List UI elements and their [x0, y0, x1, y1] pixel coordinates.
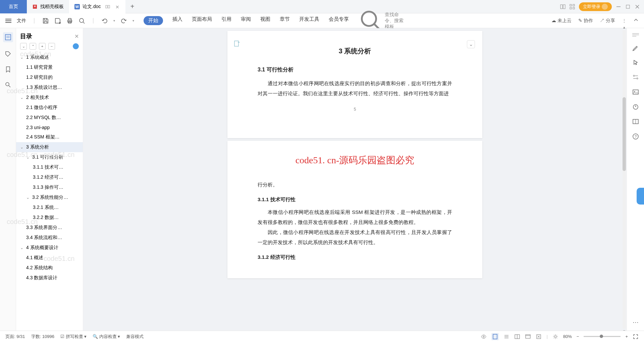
word-count[interactable]: 字数: 10996	[31, 334, 54, 340]
add-level-icon[interactable]: +	[39, 43, 46, 50]
outline-item[interactable]: 2.1 微信小程序	[16, 103, 83, 113]
outline-item[interactable]: 4.2 系统结构	[16, 263, 83, 273]
outline-item[interactable]: 3.1.2 经济可…	[16, 172, 83, 182]
document-area[interactable]: ⌄ 3 系统分析 3.1 可行性分析 通过对本微信小程序网吧在线选座实行的目的初…	[83, 28, 627, 331]
bookmark-rail-icon[interactable]	[4, 66, 12, 73]
outline-item[interactable]: 4.1 概述	[16, 253, 83, 263]
preview-icon[interactable]	[78, 17, 85, 24]
tab-document[interactable]: W 论文.doc ✕	[69, 0, 125, 13]
read-tool-icon[interactable]	[632, 118, 639, 125]
outline-item[interactable]: ⌄3.1 可行性分析	[16, 152, 83, 162]
settings-line-icon[interactable]	[632, 74, 639, 81]
new-tab-button[interactable]: +	[125, 3, 139, 10]
page-menu-icon[interactable]: ⌄	[467, 40, 475, 48]
outline-item[interactable]: 1.3 系统设计思…	[16, 82, 83, 93]
chevron-down-icon[interactable]: ⌄	[20, 95, 24, 100]
outline-rail-icon[interactable]	[3, 32, 13, 42]
content-check[interactable]: 🔍 内容检查 ▾	[93, 334, 120, 340]
save-as-icon[interactable]	[54, 17, 61, 24]
ribbon-tab-start[interactable]: 开始	[144, 16, 163, 25]
shape-tool-icon[interactable]	[632, 103, 639, 111]
fit-view-icon[interactable]	[536, 334, 542, 340]
save-icon[interactable]	[42, 17, 49, 24]
redo-icon[interactable]	[120, 17, 127, 24]
outline-item[interactable]: ⌄4 系统概要设计	[16, 243, 83, 253]
dual-window-icon[interactable]	[105, 4, 110, 9]
scroll-up-icon[interactable]: ▲	[623, 25, 626, 30]
ribbon-tab-view[interactable]: 视图	[260, 16, 270, 25]
compat-mode[interactable]: 兼容模式	[126, 334, 144, 340]
close-icon[interactable]: ✕	[115, 4, 120, 9]
ribbon-tab-devtools[interactable]: 开发工具	[299, 16, 319, 25]
sync-badge-icon[interactable]	[73, 43, 79, 49]
ribbon-tab-layout[interactable]: 页面布局	[192, 16, 212, 25]
spellcheck-toggle[interactable]: ☑ 拼写检查 ▾	[60, 334, 87, 340]
zoom-in-icon[interactable]: +	[625, 334, 628, 339]
scroll-thumb[interactable]	[623, 97, 626, 171]
tab-template[interactable]: 找稻壳模板	[27, 0, 69, 13]
cloud-status[interactable]: ☁ 未上云	[551, 18, 572, 24]
outline-item[interactable]: 3.2.2 数据…	[16, 213, 83, 223]
reading-view-icon[interactable]	[514, 334, 520, 340]
login-button[interactable]: 立即登录	[579, 2, 612, 11]
minimize-icon[interactable]	[616, 4, 621, 9]
outline-item[interactable]: 2.3 uni-app	[16, 123, 83, 132]
page-insert-icon[interactable]	[233, 40, 240, 47]
fullscreen-icon[interactable]	[633, 334, 639, 340]
outline-item[interactable]: 4.3 数据库设计	[16, 273, 83, 283]
zoom-thumb[interactable]	[600, 335, 603, 338]
vertical-scrollbar[interactable]: ▲ ▼	[622, 30, 626, 329]
outline-item[interactable]: ⌄3.2 系统性能分…	[16, 192, 83, 203]
zoom-value[interactable]: 80%	[563, 334, 572, 339]
apps-icon[interactable]	[570, 4, 575, 9]
share-button[interactable]: ↗ 分享	[600, 18, 615, 24]
tab-home[interactable]: 首页	[0, 0, 27, 13]
cursor-icon[interactable]	[632, 59, 639, 66]
chevron-down-icon[interactable]: ⌄	[26, 155, 30, 160]
collapse-all-icon[interactable]: ⌄	[20, 43, 27, 50]
zoom-slider[interactable]	[584, 336, 621, 337]
menu-icon[interactable]	[5, 18, 11, 23]
outline-item[interactable]: 3.3 系统界面分…	[16, 223, 83, 233]
outline-item[interactable]: 3.1.1 技术可…	[16, 162, 83, 172]
undo-icon[interactable]	[101, 17, 108, 24]
layout-icon[interactable]	[560, 4, 566, 9]
search-rail-icon[interactable]	[4, 81, 12, 89]
scroll-track[interactable]	[623, 30, 626, 329]
outline-item[interactable]: ⌄1 系统概述	[16, 52, 83, 62]
ribbon-tab-reference[interactable]: 引用	[221, 16, 231, 25]
page[interactable]: ⌄ 3 系统分析 3.1 可行性分析 通过对本微信小程序网吧在线选座实行的目的初…	[227, 31, 482, 138]
outline-item[interactable]: 3.2.1 系统…	[16, 203, 83, 213]
outline-item[interactable]: 3.1.3 操作可…	[16, 182, 83, 192]
web-view-icon[interactable]	[525, 334, 531, 340]
outline-item[interactable]: 2.2 MYSQL 数…	[16, 113, 83, 123]
print-icon[interactable]	[66, 17, 73, 24]
ribbon-tab-review[interactable]: 审阅	[241, 16, 251, 25]
settings-gear-icon[interactable]	[552, 334, 558, 340]
outline-item[interactable]: 2.4 SSM 框架…	[16, 132, 83, 142]
outline-item[interactable]: 1.2 研究目的	[16, 72, 83, 82]
expand-all-icon[interactable]: ⌃	[30, 43, 36, 50]
rail-collapse-icon[interactable]	[632, 32, 640, 37]
image-tool-icon[interactable]	[632, 89, 639, 96]
window-close-icon[interactable]	[635, 4, 640, 9]
remove-level-icon[interactable]: −	[48, 43, 55, 50]
tag-rail-icon[interactable]	[4, 50, 12, 58]
ribbon-tab-section[interactable]: 章节	[280, 16, 290, 25]
file-menu[interactable]: 文件	[17, 18, 26, 24]
page-indicator[interactable]: 页面: 9/31	[5, 334, 25, 340]
outline-item[interactable]: ⌄3 系统分析	[16, 142, 83, 152]
side-panel-handle[interactable]	[637, 188, 644, 205]
chevron-down-icon[interactable]: ⌄	[20, 55, 24, 60]
eye-mode-icon[interactable]	[481, 334, 487, 340]
edit-tool-icon[interactable]	[632, 44, 639, 52]
outline-close-icon[interactable]: ✕	[74, 33, 79, 40]
page[interactable]: code51. cn-源码乐园盗图必究 行分析。 3.1.1 技术可行性 本微信…	[227, 141, 482, 278]
outline-item[interactable]: 3.4 系统流程和…	[16, 233, 83, 243]
ribbon-tab-member[interactable]: 会员专享	[329, 16, 349, 25]
collapse-ribbon-icon[interactable]	[633, 17, 639, 24]
chevron-down-icon[interactable]: ⌄	[20, 145, 24, 150]
help-icon[interactable]: ?	[632, 133, 639, 140]
chevron-down-icon[interactable]: ⌄	[26, 195, 30, 200]
outline-view-icon[interactable]	[503, 334, 509, 340]
